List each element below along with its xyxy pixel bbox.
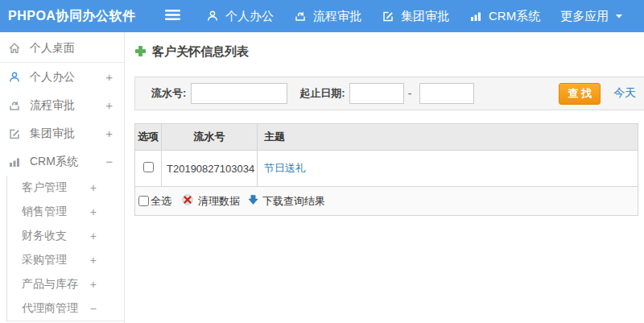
nav-more-apps[interactable]: 更多应用: [560, 9, 623, 24]
nav-label: 更多应用: [560, 9, 609, 24]
sidebar-item-desktop[interactable]: 个人桌面: [0, 35, 124, 63]
group-approval-icon: [382, 10, 394, 23]
page-title-text: 客户关怀信息列表: [152, 44, 249, 60]
serial-number-label: 流水号:: [151, 86, 186, 101]
crm-submenu: 客户管理 + 销售管理 + 财务收支 + 采购管理 + 产品与库存 + 代理商管…: [6, 176, 124, 321]
person-icon: [206, 10, 219, 23]
expand-indicator: −: [105, 155, 113, 168]
hamburger-icon: [165, 9, 180, 23]
select-all-checkbox[interactable]: [138, 196, 149, 206]
table-header-row: 选项 流水号 主题: [135, 124, 638, 151]
group-approval-icon: [8, 127, 22, 140]
serial-number-input[interactable]: [191, 83, 287, 104]
expand-indicator: +: [105, 98, 113, 112]
person-icon: [8, 71, 22, 84]
clear-data-action[interactable]: 清理数据: [181, 193, 240, 209]
submenu-item-label: 财务收支: [22, 229, 67, 243]
column-header-select: 选项: [135, 124, 162, 151]
flow-approval-icon: [294, 10, 307, 23]
date-separator: -: [408, 87, 412, 100]
submenu-item-agent-mgmt[interactable]: 代理商管理 −: [7, 296, 124, 321]
column-header-serial: 流水号: [162, 124, 258, 151]
flow-approval-icon: [8, 99, 22, 112]
expand-indicator: +: [90, 205, 97, 218]
date-end-input[interactable]: [419, 83, 474, 104]
submenu-item-products-inventory[interactable]: 产品与库存 +: [7, 272, 124, 296]
sidebar-item-crm[interactable]: CRM系统 −: [0, 147, 124, 176]
submenu-item-label: 产品与库存: [22, 277, 78, 292]
expand-indicator: −: [90, 302, 97, 315]
sidebar-item-label: CRM系统: [30, 155, 78, 169]
select-all-label: 全选: [151, 194, 171, 209]
clear-data-label: 清理数据: [198, 194, 240, 209]
nav-label: 流程审批: [313, 9, 361, 24]
sidebar-item-label: 个人办公: [30, 70, 75, 85]
date-range-label: 起止日期:: [299, 86, 345, 101]
app-logo: PHPOA协同办公软件: [0, 8, 165, 25]
nav-crm-system[interactable]: CRM系统: [469, 9, 540, 24]
nav-label: 集团审批: [401, 9, 449, 24]
add-icon[interactable]: [134, 45, 147, 60]
expand-indicator: +: [90, 230, 97, 242]
sidebar-item-label: 流程审批: [30, 98, 75, 113]
nav-label: 个人办公: [225, 9, 274, 24]
download-results-label: 下载查询结果: [262, 194, 325, 209]
search-button[interactable]: 查 找: [559, 83, 601, 105]
nav-personal-office[interactable]: 个人办公: [206, 9, 274, 24]
sidebar-item-label: 个人桌面: [30, 41, 75, 56]
sidebar-item-group-approval[interactable]: 集团审批 +: [0, 119, 124, 147]
sidebar-item-flow-approval[interactable]: 流程审批 +: [0, 91, 124, 119]
submenu-item-label: 采购管理: [22, 253, 67, 267]
sidebar-item-label: 集团审批: [30, 126, 75, 141]
date-start-input[interactable]: [349, 83, 404, 104]
crm-chart-icon: [469, 10, 482, 23]
expand-indicator: +: [90, 181, 97, 194]
submenu-item-sales-mgmt[interactable]: 销售管理 +: [7, 200, 124, 224]
results-table: 选项 流水号 主题 T20190827103034 节日送礼 全选: [134, 123, 638, 216]
submenu-item-label: 代理商管理: [22, 301, 78, 316]
expand-indicator: +: [105, 126, 113, 140]
table-footer-row: 全选 清理数据 下载查询结果: [135, 187, 638, 216]
submenu-item-label: 销售管理: [22, 205, 67, 219]
page-title: 客户关怀信息列表: [134, 44, 644, 60]
submenu-item-finance[interactable]: 财务收支 +: [7, 224, 124, 248]
sidebar: 个人桌面 个人办公 + 流程审批 + 集团审批 + CRM系统 − 客户管理 +: [0, 32, 125, 323]
nav-flow-approval[interactable]: 流程审批: [294, 9, 361, 24]
column-header-subject: 主题: [258, 124, 638, 151]
download-results-action[interactable]: 下载查询结果: [248, 194, 325, 209]
download-icon: [248, 194, 258, 208]
home-icon: [8, 42, 22, 55]
row-checkbox[interactable]: [143, 162, 154, 172]
caret-down-icon: [615, 12, 623, 20]
sidebar-item-personal-office[interactable]: 个人办公 +: [0, 63, 124, 91]
clear-icon: [181, 193, 194, 209]
topbar: PHPOA协同办公软件 个人办公 流程审批 集团审批: [0, 0, 644, 32]
nav-group-approval[interactable]: 集团审批: [382, 9, 449, 24]
expand-indicator: +: [90, 254, 97, 267]
menu-toggle[interactable]: [165, 9, 180, 23]
table-row: T20190827103034 节日送礼: [135, 151, 638, 187]
top-navigation: 个人办公 流程审批 集团审批 CRM系统 更多应用: [206, 9, 623, 24]
row-serial: T20190827103034: [162, 151, 258, 187]
main-content: 客户关怀信息列表 流水号: 起止日期: - 查 找 今天 本周 选项 流水号 主…: [125, 32, 644, 323]
search-panel: 流水号: 起止日期: - 查 找 今天 本周: [134, 77, 644, 110]
subject-link[interactable]: 节日送礼: [264, 162, 306, 174]
expand-indicator: +: [105, 70, 113, 84]
nav-label: CRM系统: [489, 9, 540, 24]
crm-chart-icon: [8, 155, 22, 168]
expand-indicator: +: [90, 278, 97, 291]
today-link[interactable]: 今天: [613, 86, 636, 101]
submenu-item-label: 客户管理: [22, 180, 67, 195]
submenu-item-purchasing[interactable]: 采购管理 +: [7, 248, 124, 272]
submenu-item-customer-mgmt[interactable]: 客户管理 +: [7, 176, 124, 200]
